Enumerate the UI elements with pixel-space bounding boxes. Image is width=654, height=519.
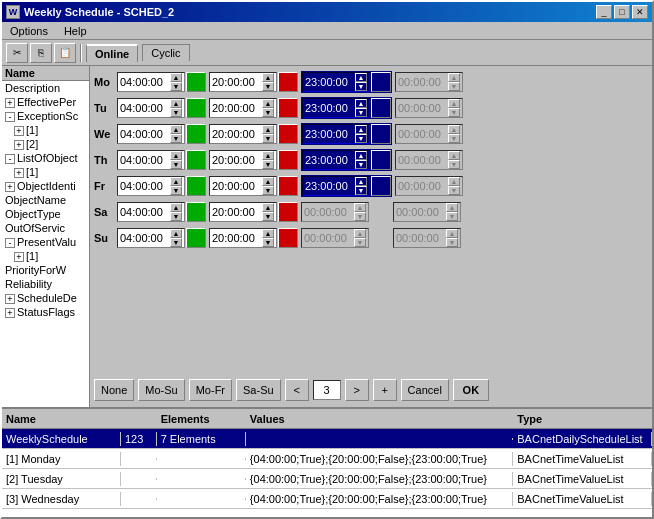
- tree-item-schedulede[interactable]: +ScheduleDe: [2, 291, 89, 305]
- time-input-sa-1[interactable]: 04:00:00 ▲ ▼: [117, 202, 185, 222]
- spin-down-fr-2[interactable]: ▼: [262, 186, 274, 195]
- tree-item-description[interactable]: Description: [2, 81, 89, 95]
- color-btn-su-2[interactable]: [278, 228, 298, 248]
- copy-button[interactable]: ⎘: [30, 43, 52, 63]
- time-input-th-3[interactable]: 23:00:00 ▲ ▼: [302, 150, 370, 170]
- color-btn-su-3[interactable]: [370, 228, 390, 248]
- time-input-th-4[interactable]: 00:00:00 ▲ ▼: [395, 150, 463, 170]
- spin-up-sa-2[interactable]: ▲: [262, 203, 274, 212]
- spin-down-we-2[interactable]: ▼: [262, 134, 274, 143]
- time-input-su-2[interactable]: 20:00:00 ▲ ▼: [209, 228, 277, 248]
- time-input-tu-3[interactable]: 23:00:00 ▲ ▼: [302, 98, 370, 118]
- table-row-monday[interactable]: [1] Monday {04:00:00;True};{20:00:00;Fal…: [2, 449, 652, 469]
- spin-down-we-1[interactable]: ▼: [170, 134, 182, 143]
- expander-exc2[interactable]: +: [14, 140, 24, 150]
- color-btn-th-1[interactable]: [186, 150, 206, 170]
- spin-up-tu-2[interactable]: ▲: [262, 99, 274, 108]
- spin-up-th-2[interactable]: ▲: [262, 151, 274, 160]
- spin-down-sa-3[interactable]: ▼: [354, 212, 366, 221]
- spin-up-fr-1[interactable]: ▲: [170, 177, 182, 186]
- tree-item-presentvalu[interactable]: -PresentValu: [2, 235, 89, 249]
- minimize-button[interactable]: _: [596, 5, 612, 19]
- spin-up-th-3[interactable]: ▲: [355, 151, 367, 160]
- time-input-su-3[interactable]: 00:00:00 ▲ ▼: [301, 228, 369, 248]
- color-btn-mo-3[interactable]: [371, 72, 391, 92]
- spin-up-fr-4[interactable]: ▲: [448, 177, 460, 186]
- mo-fr-button[interactable]: Mo-Fr: [189, 379, 232, 401]
- spin-down-sa-2[interactable]: ▼: [262, 212, 274, 221]
- spin-down-th-4[interactable]: ▼: [448, 160, 460, 169]
- time-input-th-2[interactable]: 20:00:00 ▲ ▼: [209, 150, 277, 170]
- color-btn-th-3[interactable]: [371, 150, 391, 170]
- color-btn-su-4[interactable]: [462, 228, 482, 248]
- tab-online[interactable]: Online: [86, 44, 138, 62]
- tree-item-exceptionsc[interactable]: -ExceptionSc: [2, 109, 89, 123]
- maximize-button[interactable]: □: [614, 5, 630, 19]
- spin-up-tu-4[interactable]: ▲: [448, 99, 460, 108]
- spin-down-fr-1[interactable]: ▼: [170, 186, 182, 195]
- spin-up-we-3[interactable]: ▲: [355, 125, 367, 134]
- spin-up-we-1[interactable]: ▲: [170, 125, 182, 134]
- spin-down-mo-4[interactable]: ▼: [448, 82, 460, 91]
- time-input-fr-1[interactable]: 04:00:00 ▲ ▼: [117, 176, 185, 196]
- spin-up-su-2[interactable]: ▲: [262, 229, 274, 238]
- spin-up-th-4[interactable]: ▲: [448, 151, 460, 160]
- sa-su-button[interactable]: Sa-Su: [236, 379, 281, 401]
- table-row-tuesday[interactable]: [2] Tuesday {04:00:00;True};{20:00:00;Fa…: [2, 469, 652, 489]
- spin-up-mo-3[interactable]: ▲: [355, 73, 367, 82]
- color-btn-tu-1[interactable]: [186, 98, 206, 118]
- time-input-tu-1[interactable]: 04:00:00 ▲ ▼: [117, 98, 185, 118]
- spin-up-mo-4[interactable]: ▲: [448, 73, 460, 82]
- time-input-tu-2[interactable]: 20:00:00 ▲ ▼: [209, 98, 277, 118]
- spin-down-fr-3[interactable]: ▼: [355, 186, 367, 195]
- spin-up-tu-3[interactable]: ▲: [355, 99, 367, 108]
- expander-listofobject[interactable]: -: [5, 154, 15, 164]
- tab-cyclic[interactable]: Cyclic: [142, 44, 189, 61]
- spin-up-th-1[interactable]: ▲: [170, 151, 182, 160]
- tree-item-statusflags[interactable]: +StatusFlags: [2, 305, 89, 319]
- spin-up-mo-2[interactable]: ▲: [262, 73, 274, 82]
- tree-item-list1[interactable]: +[1]: [2, 165, 89, 179]
- mo-su-button[interactable]: Mo-Su: [138, 379, 184, 401]
- spin-up-su-3[interactable]: ▲: [354, 229, 366, 238]
- expander-pv1[interactable]: +: [14, 252, 24, 262]
- spin-up-sa-1[interactable]: ▲: [170, 203, 182, 212]
- expander-exceptionsc[interactable]: -: [5, 112, 15, 122]
- spin-down-su-3[interactable]: ▼: [354, 238, 366, 247]
- expander-objectidenti[interactable]: +: [5, 182, 15, 192]
- time-input-we-1[interactable]: 04:00:00 ▲ ▼: [117, 124, 185, 144]
- time-input-fr-4[interactable]: 00:00:00 ▲ ▼: [395, 176, 463, 196]
- color-btn-th-2[interactable]: [278, 150, 298, 170]
- time-input-th-1[interactable]: 04:00:00 ▲ ▼: [117, 150, 185, 170]
- none-button[interactable]: None: [94, 379, 134, 401]
- expander-schedulede[interactable]: +: [5, 294, 15, 304]
- tree-item-outofservic[interactable]: OutOfServic: [2, 221, 89, 235]
- color-btn-tu-4[interactable]: [464, 98, 484, 118]
- spin-up-mo-1[interactable]: ▲: [170, 73, 182, 82]
- color-btn-sa-3[interactable]: [370, 202, 390, 222]
- spin-down-sa-1[interactable]: ▼: [170, 212, 182, 221]
- paste-button[interactable]: 📋: [54, 43, 76, 63]
- menu-help[interactable]: Help: [60, 25, 91, 37]
- color-btn-tu-3[interactable]: [371, 98, 391, 118]
- tree-item-exc2[interactable]: +[2]: [2, 137, 89, 151]
- color-btn-mo-1[interactable]: [186, 72, 206, 92]
- color-btn-su-1[interactable]: [186, 228, 206, 248]
- color-btn-we-1[interactable]: [186, 124, 206, 144]
- time-input-fr-2[interactable]: 20:00:00 ▲ ▼: [209, 176, 277, 196]
- spin-up-fr-2[interactable]: ▲: [262, 177, 274, 186]
- spin-down-th-2[interactable]: ▼: [262, 160, 274, 169]
- tree-item-exc1[interactable]: +[1]: [2, 123, 89, 137]
- time-input-we-3[interactable]: 23:00:00 ▲ ▼: [302, 124, 370, 144]
- spin-up-we-2[interactable]: ▲: [262, 125, 274, 134]
- table-row-weekly[interactable]: WeeklySchedule 123 7 Elements BACnetDail…: [2, 429, 652, 449]
- time-input-mo-3[interactable]: 23:00:00 ▲ ▼: [302, 72, 370, 92]
- time-input-sa-3[interactable]: 00:00:00 ▲ ▼: [301, 202, 369, 222]
- color-btn-we-3[interactable]: [371, 124, 391, 144]
- spin-down-tu-3[interactable]: ▼: [355, 108, 367, 117]
- tree-item-objectidenti[interactable]: +ObjectIdenti: [2, 179, 89, 193]
- menu-options[interactable]: Options: [6, 25, 52, 37]
- ok-button[interactable]: OK: [453, 379, 489, 401]
- expander-exc1[interactable]: +: [14, 126, 24, 136]
- prev-button[interactable]: <: [285, 379, 309, 401]
